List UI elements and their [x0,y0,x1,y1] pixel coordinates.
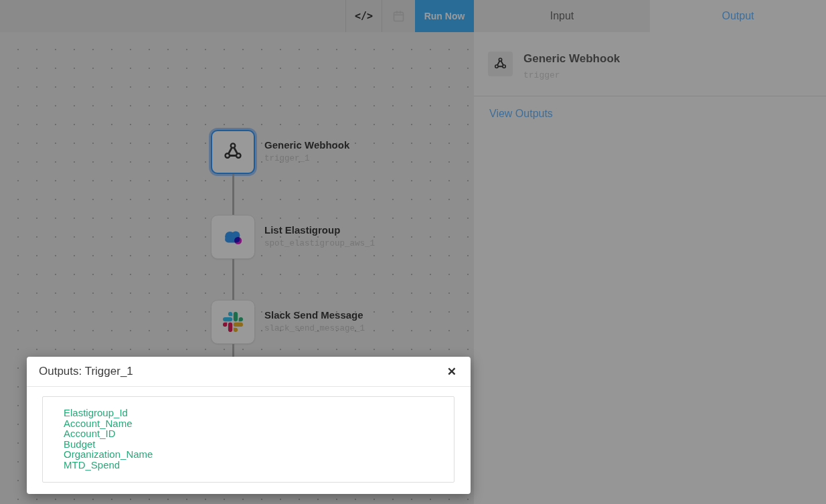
output-field[interactable]: Account_Name [64,418,447,429]
outputs-modal: Outputs: Trigger_1 ✕ Elastigroup_Id Acco… [27,357,471,494]
output-field[interactable]: Account_ID [64,428,447,439]
workflow-editor-app: </> Run Now Input Output [0,0,826,504]
modal-body: Elastigroup_Id Account_Name Account_ID B… [27,387,471,483]
output-field[interactable]: Budget [64,439,447,450]
output-field[interactable]: MTD_Spend [64,460,447,471]
output-field[interactable]: Elastigroup_Id [64,408,447,418]
modal-header: Outputs: Trigger_1 ✕ [27,357,471,387]
close-icon[interactable]: ✕ [447,366,457,377]
modal-title: Outputs: Trigger_1 [39,365,133,378]
output-field[interactable]: Organization_Name [64,449,447,460]
outputs-list: Elastigroup_Id Account_Name Account_ID B… [42,396,455,483]
